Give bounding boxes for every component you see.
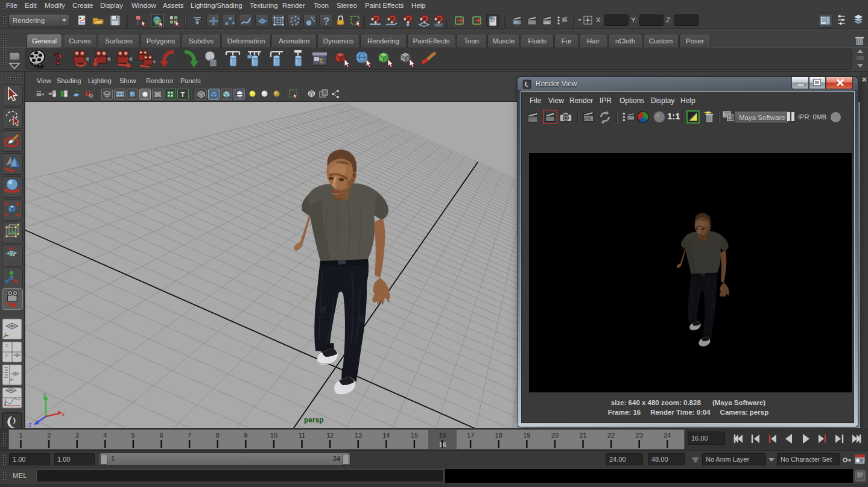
svg-text:3: 3 <box>75 432 79 439</box>
svg-text:12: 12 <box>326 432 334 439</box>
svg-text:22: 22 <box>607 432 615 439</box>
svg-text:7: 7 <box>188 432 191 439</box>
svg-text:persp: persp <box>304 416 324 424</box>
svg-text:?: ? <box>323 16 329 27</box>
svg-text:2: 2 <box>47 432 51 439</box>
svg-text:21: 21 <box>579 432 586 439</box>
svg-text:5: 5 <box>131 432 135 439</box>
svg-text:8: 8 <box>216 432 220 439</box>
svg-text:23: 23 <box>636 432 643 439</box>
svg-text:24: 24 <box>664 432 671 439</box>
svg-text:16: 16 <box>439 432 446 439</box>
svg-text:4: 4 <box>103 432 107 439</box>
svg-text:y: y <box>43 391 46 398</box>
svg-text:6: 6 <box>159 432 163 439</box>
svg-text:19: 19 <box>523 432 530 439</box>
svg-text:IPR: IPR <box>584 117 591 122</box>
svg-text:1: 1 <box>19 432 22 439</box>
svg-text:9: 9 <box>244 432 247 439</box>
svg-text:16: 16 <box>439 441 446 448</box>
svg-text:20: 20 <box>551 432 559 439</box>
svg-text:14: 14 <box>382 432 390 439</box>
svg-text:18: 18 <box>495 432 502 439</box>
svg-text:17: 17 <box>467 432 474 439</box>
svg-text:?: ? <box>54 49 63 68</box>
svg-text:T: T <box>181 91 185 98</box>
svg-text:15: 15 <box>411 432 418 439</box>
svg-text:z: z <box>28 421 32 428</box>
svg-text:IPR: IPR <box>543 21 550 25</box>
svg-text:10: 10 <box>270 432 277 439</box>
svg-text:11: 11 <box>299 432 305 439</box>
svg-text:x: x <box>62 410 65 418</box>
svg-text:13: 13 <box>355 432 362 439</box>
